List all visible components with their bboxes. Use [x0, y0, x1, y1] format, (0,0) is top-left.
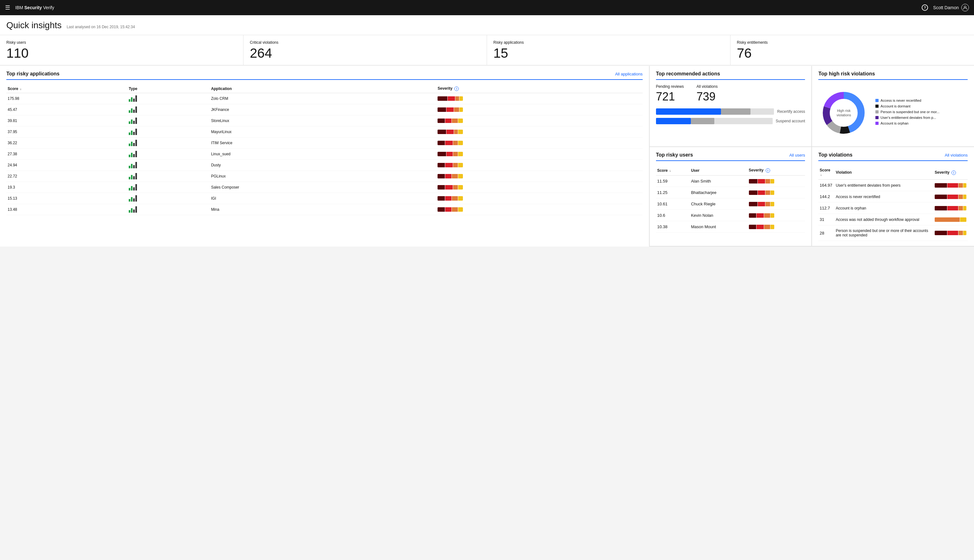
all-violations-metric: All violations 739	[697, 84, 718, 103]
severity-cell	[436, 204, 642, 215]
severity-bar	[437, 96, 463, 101]
severity-bar	[437, 196, 463, 201]
bottom-row: Top risky users All users Score ↓ User S…	[650, 147, 974, 246]
header-left: ☰ IBM Security Verify	[5, 4, 54, 11]
svg-point-0	[964, 6, 966, 8]
app-cell: IGI	[210, 193, 437, 204]
rec-metrics: Pending reviews 721 All violations 739	[656, 84, 806, 103]
type-cell	[127, 104, 210, 115]
top-risky-users-header: Top risky users All users	[656, 152, 806, 161]
app-cell: PGLinux	[210, 171, 437, 182]
severity-cell	[436, 138, 642, 148]
user-name: Scott Damon	[933, 5, 959, 10]
severity-cell	[748, 175, 806, 187]
severity-cell	[436, 148, 642, 160]
legend-item: Access is never recertified	[876, 98, 939, 102]
legend-item: Account is orphan	[876, 122, 939, 125]
severity-cell	[748, 187, 806, 198]
score-cell: 11.25	[656, 187, 690, 198]
main-layout: Top recommended actions Pending reviews …	[0, 66, 974, 247]
score-cell: 15.13	[6, 193, 127, 204]
vseverity-header: Severity i	[933, 165, 968, 180]
suspend-bar-row: Suspend account	[656, 118, 806, 124]
table-row: 36.22 ITIM Service	[6, 138, 643, 148]
top-risky-apps-header: Top risky applications All applications	[6, 71, 643, 80]
severity-cell	[933, 180, 968, 191]
severity-bar	[749, 190, 774, 195]
user-menu[interactable]: Scott Damon	[933, 4, 969, 12]
legend-item: User's entitlement deviates from p...	[876, 116, 939, 120]
severity-bar	[437, 107, 463, 112]
score-cell: 10.6	[656, 210, 690, 221]
severity-cell	[436, 160, 642, 171]
stat-label: Risky entitlements	[737, 40, 968, 45]
recertify-bar-row: Recertify access	[656, 108, 806, 115]
top-violations-panel: Top violations All violations Score ↓ Vi…	[812, 147, 974, 246]
app-cell: Linux_sued	[210, 148, 437, 160]
page-header: Quick insights Last analysed on 16 Dec 2…	[0, 15, 974, 35]
table-row: 11.25 Bhattacharjee	[656, 187, 806, 198]
severity-bar	[437, 185, 463, 190]
legend-item: Account is dormant	[876, 104, 939, 108]
severity-cell	[933, 225, 968, 241]
app-cell: Sales Composer	[210, 182, 437, 193]
severity-bar	[749, 213, 774, 218]
score-cell: 24.94	[6, 160, 127, 171]
score-cell: 10.61	[656, 198, 690, 210]
stat-value: 264	[250, 47, 480, 60]
violation-cell: Account is orphan	[834, 203, 933, 214]
app-cell: Mina	[210, 204, 437, 215]
table-row: 39.81 StoreLinux	[6, 115, 643, 127]
score-cell: 19.3	[6, 182, 127, 193]
severity-info-icon[interactable]: i	[454, 87, 459, 91]
mini-bar-chart	[129, 95, 208, 102]
table-row: 13.48 Mina	[6, 204, 643, 215]
type-cell	[127, 160, 210, 171]
table-row: 22.72 PGLinux	[6, 171, 643, 182]
mini-bar-chart	[129, 107, 208, 113]
mini-bar-chart	[129, 129, 208, 135]
score-cell: 175.98	[6, 93, 127, 104]
user-cell: Mason Mount	[690, 221, 747, 233]
app-cell: Dusty	[210, 160, 437, 171]
severity-info-icon[interactable]: i	[951, 170, 956, 175]
app-cell: ITIM Service	[210, 138, 437, 148]
table-row: 31 Access was not added through workflow…	[818, 214, 968, 225]
severity-header: Severity i	[748, 165, 806, 175]
suspend-bar	[656, 118, 773, 124]
user-cell: Bhattacharjee	[690, 187, 747, 198]
severity-cell	[436, 127, 642, 138]
donut-chart: High riskviolations	[818, 87, 869, 138]
hamburger-icon[interactable]: ☰	[5, 4, 10, 11]
top-row: Top recommended actions Pending reviews …	[650, 66, 974, 147]
severity-info-icon[interactable]: i	[766, 168, 770, 173]
stat-value: 110	[6, 47, 237, 60]
table-row: 27.38 Linux_sued	[6, 148, 643, 160]
app-cell: MayuriLinux	[210, 127, 437, 138]
violation-header: Violation	[834, 165, 933, 180]
vscore-header: Score ↓	[818, 165, 834, 180]
score-cell: 13.48	[6, 204, 127, 215]
table-row: 15.13 IGI	[6, 193, 643, 204]
type-cell	[127, 148, 210, 160]
user-cell: Chuck Riegle	[690, 198, 747, 210]
type-cell	[127, 204, 210, 215]
severity-cell	[933, 191, 968, 203]
violation-cell: Access was not added through workflow ap…	[834, 214, 933, 225]
severity-bar	[437, 141, 463, 145]
severity-cell	[436, 93, 642, 104]
stat-label: Risky applications	[493, 40, 724, 45]
app-cell: StoreLinux	[210, 115, 437, 127]
table-row: 11.59 Alan Smith	[656, 175, 806, 187]
type-cell	[127, 127, 210, 138]
help-icon[interactable]: ?	[922, 5, 928, 11]
all-violations-link[interactable]: All violations	[945, 153, 968, 158]
severity-bar	[437, 207, 463, 212]
all-apps-link[interactable]: All applications	[615, 72, 643, 77]
severity-bar	[749, 179, 774, 183]
stat-item: Risky entitlements 76	[730, 35, 974, 65]
all-users-link[interactable]: All users	[789, 153, 805, 158]
type-cell	[127, 115, 210, 127]
severity-bar	[437, 118, 463, 123]
legend-item: Person is suspended but one or mor...	[876, 110, 939, 114]
